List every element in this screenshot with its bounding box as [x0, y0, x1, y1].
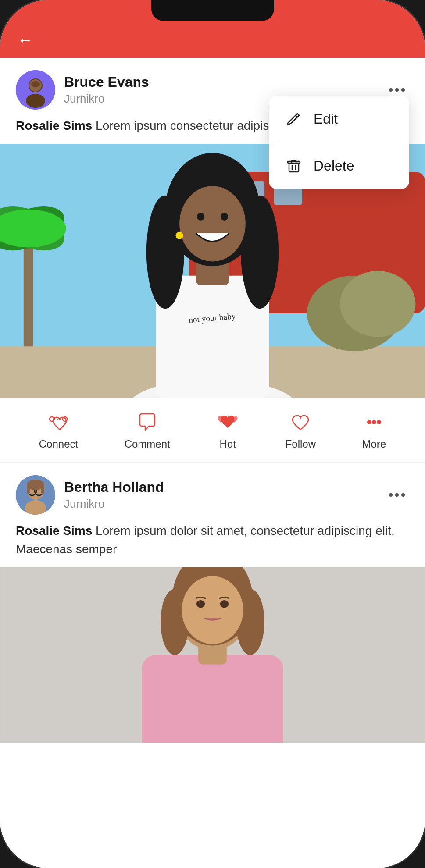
svg-rect-48 — [142, 655, 283, 743]
post-avatar-1 — [16, 70, 55, 110]
post-menu-button-2[interactable] — [385, 489, 409, 501]
follow-button[interactable]: Follow — [286, 411, 316, 450]
svg-rect-45 — [41, 485, 44, 494]
follow-label: Follow — [286, 438, 316, 450]
post-caption-2: Rosalie Sims Lorem ipsum dolor sit amet,… — [0, 522, 425, 567]
svg-point-36 — [377, 420, 381, 424]
more-icon — [363, 411, 386, 434]
post-user-name-1: Bruce Evans — [64, 74, 385, 90]
svg-point-28 — [176, 232, 183, 239]
svg-rect-0 — [288, 161, 300, 163]
svg-point-23 — [146, 196, 184, 309]
edit-icon — [285, 110, 303, 128]
svg-point-24 — [241, 196, 279, 309]
more-button[interactable]: More — [362, 411, 386, 450]
edit-menu-item[interactable]: Edit — [269, 96, 409, 142]
caption-author-1: Rosalie Sims — [16, 119, 92, 132]
phone-notch — [151, 0, 274, 21]
post-menu-button-1[interactable] — [385, 84, 409, 96]
post-user-handle-2: Jurnikro — [64, 497, 385, 511]
svg-point-25 — [179, 186, 246, 261]
svg-point-55 — [196, 600, 205, 608]
post-user-info-2: Bertha Holland Jurnikro — [64, 479, 385, 511]
action-bar-1: Connect Comment — [0, 398, 425, 463]
post-image-2 — [0, 567, 425, 743]
svg-point-5 — [26, 94, 45, 108]
svg-rect-44 — [27, 485, 30, 494]
connect-button[interactable]: Connect — [39, 411, 78, 450]
connect-label: Connect — [39, 438, 78, 450]
svg-point-35 — [372, 420, 376, 424]
post-avatar-2 — [16, 475, 55, 515]
post-card-1: Edit Delete — [0, 58, 425, 463]
delete-label: Delete — [314, 158, 354, 174]
follow-icon — [289, 411, 312, 434]
main-content: Edit Delete — [0, 58, 425, 868]
caption-author-2: Rosalie Sims — [16, 524, 92, 537]
comment-icon — [136, 411, 159, 434]
svg-point-34 — [367, 420, 371, 424]
hot-button[interactable]: Hot — [216, 411, 239, 450]
comment-button[interactable]: Comment — [125, 411, 170, 450]
phone-frame: ← Edit — [0, 0, 425, 868]
edit-label: Edit — [314, 111, 338, 127]
svg-point-54 — [182, 576, 243, 644]
svg-point-27 — [221, 213, 228, 221]
hot-label: Hot — [219, 438, 236, 450]
delete-menu-item[interactable]: Delete — [269, 142, 409, 189]
dropdown-menu: Edit Delete — [269, 96, 409, 189]
phone-screen: ← Edit — [0, 0, 425, 868]
svg-point-7 — [31, 81, 40, 87]
app-header: ← — [0, 26, 425, 58]
svg-point-31 — [340, 271, 415, 337]
more-label: More — [362, 438, 386, 450]
post-card-2: Bertha Holland Jurnikro Rosalie Sims Lor… — [0, 463, 425, 743]
post-user-name-2: Bertha Holland — [64, 479, 385, 495]
trash-icon — [285, 157, 303, 175]
hot-icon — [216, 411, 239, 434]
comment-label: Comment — [125, 438, 170, 450]
svg-point-26 — [197, 213, 204, 221]
connect-icon — [47, 411, 70, 434]
post-header-2: Bertha Holland Jurnikro — [0, 463, 425, 522]
back-button[interactable]: ← — [18, 31, 33, 49]
svg-point-56 — [220, 600, 229, 608]
